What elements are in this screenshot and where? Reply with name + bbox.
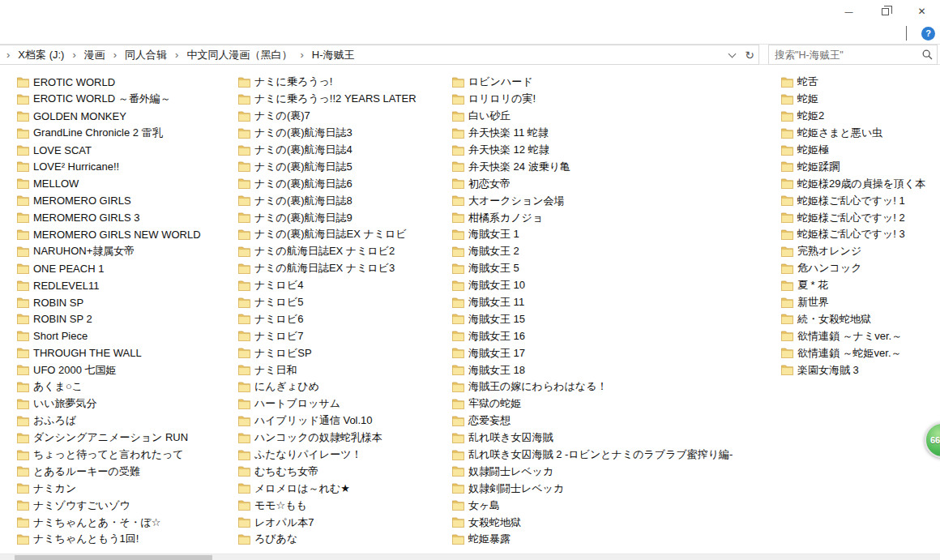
folder-item[interactable]: 蛇姫蹂躙 <box>781 158 940 175</box>
folder-item[interactable]: 蛇姫暴露 <box>452 531 781 548</box>
folder-item[interactable]: モモ☆もも <box>238 497 452 514</box>
search-button[interactable] <box>917 45 937 64</box>
folder-item[interactable]: ナミロビ7 <box>238 327 452 344</box>
folder-item[interactable]: いい旅夢気分 <box>17 395 237 413</box>
folder-item[interactable]: 海賊女王 18 <box>452 361 781 378</box>
search-input[interactable] <box>769 49 917 61</box>
folder-item[interactable]: ちょっと待ってと言われたって <box>17 447 237 464</box>
folder-item[interactable]: ナミに乗ろうっ! <box>238 74 452 91</box>
folder-item[interactable]: 牢獄の蛇姫 <box>452 395 781 413</box>
close-button[interactable]: ✕ <box>904 0 940 23</box>
folder-item[interactable]: 続・女殺蛇地獄 <box>781 310 940 327</box>
folder-item[interactable]: 蛇姫2 <box>781 108 940 125</box>
folder-item[interactable]: ダンシングアニメーション RUN <box>17 430 237 447</box>
folder-item[interactable]: ナミゾウすごいゾウ <box>17 497 237 514</box>
folder-item[interactable]: THROUGH THE WALL <box>17 344 237 361</box>
folder-item[interactable]: EROTIC WORLD ～番外編～ <box>17 91 237 108</box>
folder-item[interactable]: 海賊王の嫁にわらわはなる！ <box>452 378 781 395</box>
folder-item[interactable]: ハートブロッサム <box>238 395 452 413</box>
folder-item[interactable]: 蛇姫 <box>781 91 940 108</box>
folder-item[interactable]: MEROMERO GIRLS NEW WORLD <box>17 226 237 243</box>
folder-item[interactable]: 白い砂丘 <box>452 108 781 125</box>
folder-item[interactable]: 弁天快楽 24 波乗り亀 <box>452 158 781 175</box>
folder-item[interactable]: 海賊女王 15 <box>452 310 781 327</box>
folder-item[interactable]: ナミの(裏)航海日誌EX ナミロビ <box>238 226 452 243</box>
folder-item[interactable]: ナミの(裏)7 <box>238 108 452 125</box>
folder-item[interactable]: 海賊女王 16 <box>452 327 781 344</box>
folder-item[interactable]: MEROMERO GIRLS 3 <box>17 209 237 226</box>
folder-item[interactable]: 女殺蛇地獄 <box>452 514 781 531</box>
breadcrumb-item-current[interactable]: H-海贼王 <box>310 47 357 63</box>
folder-item[interactable]: ナミの(裏)航海日誌9 <box>238 209 452 226</box>
folder-item[interactable]: GOLDEN MONKEY <box>17 108 237 125</box>
folder-item[interactable]: 楽園女海賊 3 <box>781 361 940 378</box>
folder-item[interactable]: NARUHON+隷属女帝 <box>17 243 237 260</box>
breadcrumb-item-drive[interactable]: X档案 (J:) <box>16 47 66 63</box>
folder-item[interactable]: Short Piece <box>17 327 237 344</box>
breadcrumb-item-manga[interactable]: 漫画 <box>83 47 107 63</box>
folder-item[interactable]: 恋爱妄想 <box>452 413 781 430</box>
folder-item[interactable]: ROBIN SP <box>17 294 237 311</box>
address-dropdown-button[interactable] <box>723 45 741 64</box>
folder-item[interactable]: レオパル本7 <box>238 514 452 531</box>
folder-item[interactable]: ナミちゃんともう1回! <box>17 531 237 548</box>
folder-item[interactable]: LOVE² Hurricane!! <box>17 158 237 175</box>
refresh-button[interactable]: ↻ <box>741 45 758 64</box>
folder-item[interactable]: 女ヶ島 <box>452 497 781 514</box>
folder-item[interactable]: 乱れ咲き女囚海賊 2 -ロビンとナミのラブラブ蜜搾り編- <box>452 447 781 464</box>
folder-item[interactable]: 弁天快楽 11 蛇隷 <box>452 125 781 142</box>
folder-item[interactable]: MELLOW <box>17 175 237 192</box>
folder-item[interactable]: 海賊女王 11 <box>452 294 781 311</box>
folder-item[interactable]: UFO 2000 七国姫 <box>17 361 237 378</box>
folder-item[interactable]: 欲情連鎖 ～蛇姫ver.～ <box>781 344 940 361</box>
minimize-button[interactable]: — <box>831 0 867 23</box>
expand-ribbon-button[interactable] <box>903 23 910 44</box>
folder-item[interactable]: 蛇姫様ご乱心ですッ! 1 <box>781 192 940 209</box>
breadcrumb-item-collection[interactable]: 同人合辑 <box>123 47 169 63</box>
folder-item[interactable]: 新世界 <box>781 294 940 311</box>
folder-item[interactable]: ナミの航海日誌EX ナミロビ3 <box>238 260 452 277</box>
folder-item[interactable]: ロビンハード <box>452 74 781 91</box>
folder-item[interactable]: 蛇姫様ご乱心ですッ! 3 <box>781 226 940 243</box>
folder-item[interactable]: ナミに乗ろうっ!!2 YEARS LATER <box>238 91 452 108</box>
folder-item[interactable]: 海賊女王 5 <box>452 260 781 277</box>
folder-item[interactable]: ナミロビ5 <box>238 294 452 311</box>
folder-item[interactable]: ONE PEACH 1 <box>17 260 237 277</box>
folder-item[interactable]: 柑橘系カノジョ <box>452 209 781 226</box>
folder-item[interactable]: ナミちゃんとあ・そ・ぼ☆ <box>17 514 237 531</box>
folder-item[interactable]: ハンコックの奴隷蛇乳様本 <box>238 430 452 447</box>
folder-item[interactable]: メロメロは～れむ★ <box>238 480 452 497</box>
folder-item[interactable]: 乱れ咲き女囚海賊 <box>452 430 781 447</box>
folder-item[interactable]: 初恋女帝 <box>452 175 781 192</box>
folder-item[interactable]: 海賊女王 10 <box>452 277 781 294</box>
folder-item[interactable]: ナミの(裏)航海日誌6 <box>238 175 452 192</box>
folder-item[interactable]: ナミの(裏)航海日誌8 <box>238 192 452 209</box>
folder-item[interactable]: 奴隷闘士レベッカ <box>452 463 781 480</box>
folder-item[interactable]: 大オークション会場 <box>452 192 781 209</box>
folder-item[interactable]: 奴隷剣闘士レベッカ <box>452 480 781 497</box>
folder-item[interactable]: ふたなりパイレーツ！ <box>238 447 452 464</box>
folder-item[interactable]: 夏 * 花 <box>781 277 940 294</box>
folder-item[interactable]: 蛇舌 <box>781 74 940 91</box>
folder-item[interactable]: ナミロビSP <box>238 344 452 361</box>
folder-item[interactable]: GrandLine Chronicle 2 雷乳 <box>17 125 237 142</box>
folder-item[interactable]: とあるルーキーの受難 <box>17 463 237 480</box>
folder-item[interactable]: 海賊女王 17 <box>452 344 781 361</box>
folder-item[interactable]: 蛇姫様ご乱心ですッ! 2 <box>781 209 940 226</box>
folder-item[interactable]: 海賊女王 1 <box>452 226 781 243</box>
folder-item[interactable]: あくま○こ <box>17 378 237 395</box>
help-button[interactable]: ? <box>921 27 935 41</box>
folder-item[interactable]: ナミの(裏)航海日誌4 <box>238 142 452 159</box>
folder-item[interactable]: むちむち女帝 <box>238 463 452 480</box>
scrollbar-thumb[interactable] <box>15 555 212 560</box>
folder-item[interactable]: にんぎょひめ <box>238 378 452 395</box>
folder-item[interactable]: REDLEVEL11 <box>17 277 237 294</box>
folder-item[interactable]: MEROMERO GIRLS <box>17 192 237 209</box>
breadcrumb-item-chinese-bw[interactable]: 中文同人漫画（黑白） <box>185 47 293 63</box>
folder-item[interactable]: おふろば <box>17 413 237 430</box>
folder-item[interactable]: ハイブリッド通信 Vol.10 <box>238 413 452 430</box>
folder-item[interactable]: 弁天快楽 12 蛇隷 <box>452 142 781 159</box>
horizontal-scrollbar[interactable] <box>0 554 940 560</box>
folder-item[interactable]: ナミ日和 <box>238 361 452 378</box>
restore-button[interactable] <box>867 0 904 23</box>
